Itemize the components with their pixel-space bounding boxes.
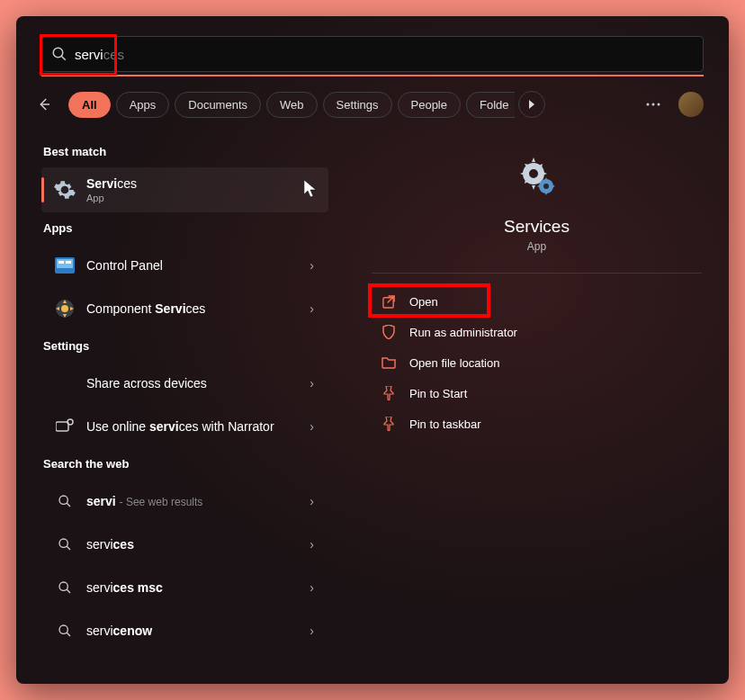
- svg-point-20: [59, 625, 67, 633]
- search-input[interactable]: services: [67, 47, 694, 62]
- result-title: services msc: [86, 580, 306, 595]
- result-title: Share across devices: [86, 376, 306, 390]
- filter-people[interactable]: People: [398, 92, 461, 118]
- search-icon: [51, 46, 67, 62]
- action-open[interactable]: Open: [372, 286, 702, 317]
- folder-icon: [381, 354, 397, 371]
- result-title: Control Panel: [86, 258, 306, 273]
- pin-icon: [381, 385, 397, 401]
- action-pin-taskbar[interactable]: Pin to taskbar: [372, 408, 702, 439]
- svg-point-3: [647, 103, 650, 106]
- detail-title: Services: [504, 217, 570, 237]
- more-options-button[interactable]: [641, 92, 666, 117]
- action-run-admin[interactable]: Run as administrator: [372, 317, 702, 347]
- svg-point-18: [59, 582, 67, 590]
- filter-more[interactable]: [518, 91, 545, 118]
- result-share-devices[interactable]: Share across devices ›: [41, 362, 328, 405]
- action-label: Pin to taskbar: [409, 417, 481, 431]
- chevron-right-icon: ›: [306, 258, 318, 273]
- gear-icon: [52, 177, 77, 202]
- result-title: Component Services: [86, 301, 306, 316]
- filter-folders[interactable]: Folde: [466, 92, 515, 118]
- search-icon: [52, 489, 77, 514]
- section-web: Search the web: [43, 457, 328, 471]
- results-pane: Best match Services App Apps Control Pan…: [16, 132, 345, 684]
- section-best-match: Best match: [43, 145, 328, 158]
- svg-point-4: [652, 103, 655, 106]
- section-settings: Settings: [43, 339, 328, 353]
- svg-rect-9: [66, 261, 71, 264]
- blank-icon: [52, 371, 77, 396]
- result-narrator-online[interactable]: Use online services with Narrator ›: [41, 405, 328, 448]
- result-title: Services: [86, 176, 318, 191]
- search-suggest-text: ces: [103, 47, 124, 62]
- result-web-services-msc[interactable]: services msc ›: [41, 566, 328, 609]
- narrator-icon: [52, 414, 77, 439]
- svg-line-15: [67, 503, 70, 507]
- user-avatar[interactable]: [678, 92, 704, 117]
- filter-web[interactable]: Web: [266, 92, 318, 118]
- result-web-servi[interactable]: servi - See web results ›: [41, 480, 328, 523]
- chevron-right-icon: ›: [306, 624, 318, 638]
- chevron-right-icon: ›: [306, 537, 318, 552]
- search-typed-text: servi: [75, 47, 103, 62]
- arrow-left-icon: [36, 96, 52, 112]
- divider: [372, 273, 702, 274]
- shield-icon: [381, 324, 397, 340]
- filter-all[interactable]: All: [68, 92, 111, 118]
- result-web-services[interactable]: services ›: [41, 523, 328, 566]
- pin-icon: [381, 416, 397, 432]
- chevron-right-icon: ›: [306, 580, 318, 595]
- svg-point-23: [543, 184, 549, 189]
- svg-point-5: [658, 103, 660, 106]
- result-web-servicenow[interactable]: servicenow ›: [41, 609, 328, 652]
- svg-line-21: [67, 633, 70, 636]
- chevron-right-icon: [527, 100, 536, 109]
- result-component-services[interactable]: Component Services ›: [41, 287, 328, 330]
- svg-point-14: [59, 496, 67, 504]
- detail-type: App: [527, 240, 546, 253]
- action-label: Open file location: [409, 356, 499, 370]
- ellipsis-icon: [646, 103, 660, 106]
- result-title: Use online services with Narrator: [86, 419, 306, 434]
- result-title: servicenow: [86, 624, 306, 638]
- svg-line-19: [67, 589, 70, 593]
- svg-point-11: [61, 305, 68, 312]
- section-apps: Apps: [43, 221, 328, 235]
- filter-settings[interactable]: Settings: [323, 92, 392, 118]
- action-label: Pin to Start: [409, 387, 467, 400]
- svg-point-0: [53, 48, 63, 58]
- detail-pane: Services App Open Run as administrator O…: [345, 132, 729, 684]
- open-icon: [381, 293, 397, 310]
- search-icon: [52, 618, 77, 643]
- component-services-icon: [52, 296, 77, 321]
- search-icon: [52, 532, 77, 557]
- control-panel-icon: [52, 253, 77, 278]
- chevron-right-icon: ›: [306, 376, 318, 390]
- chevron-right-icon: ›: [306, 494, 318, 508]
- search-bar[interactable]: services: [41, 36, 704, 72]
- action-open-location[interactable]: Open file location: [372, 347, 702, 378]
- svg-rect-8: [58, 261, 64, 264]
- svg-point-16: [59, 539, 67, 547]
- result-services-app[interactable]: Services App: [41, 167, 328, 212]
- filter-row: All Apps Documents Web Settings People F…: [16, 76, 729, 132]
- result-title: services: [86, 537, 306, 552]
- action-label: Open: [409, 295, 438, 309]
- result-title: servi - See web results: [86, 494, 306, 508]
- chevron-right-icon: ›: [306, 419, 318, 434]
- services-app-icon: [514, 154, 561, 201]
- chevron-right-icon: ›: [306, 301, 318, 316]
- action-label: Run as administrator: [409, 326, 517, 339]
- result-subtitle: App: [86, 193, 318, 203]
- search-icon: [52, 575, 77, 600]
- start-search-window: services All Apps Documents Web Settings…: [16, 16, 729, 684]
- filter-documents[interactable]: Documents: [175, 92, 261, 118]
- result-control-panel[interactable]: Control Panel ›: [41, 244, 328, 287]
- svg-rect-12: [56, 422, 68, 431]
- action-pin-start[interactable]: Pin to Start: [372, 378, 702, 408]
- back-button[interactable]: [29, 89, 59, 120]
- svg-line-1: [61, 56, 66, 60]
- filter-apps[interactable]: Apps: [116, 92, 170, 118]
- svg-line-17: [67, 546, 70, 550]
